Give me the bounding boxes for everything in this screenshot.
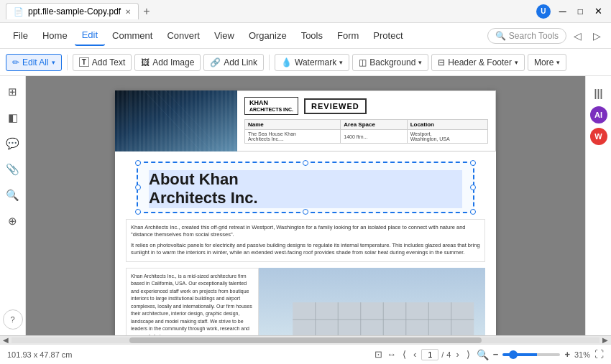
edit-all-button[interactable]: ✏ Edit All ▾ — [6, 54, 62, 71]
sidebar-comments-icon[interactable]: 💬 — [3, 134, 23, 154]
selection-handle-tr[interactable] — [470, 160, 476, 166]
menu-home[interactable]: Home — [35, 26, 75, 45]
menu-edit[interactable]: Edit — [75, 25, 105, 46]
selection-handle-mr[interactable] — [470, 185, 476, 190]
pdf-top-section: KHAN ARCHITECTS INC. REVIEWED Name Area … — [115, 90, 496, 151]
right-sidebar-icons: ||| AI W — [590, 82, 607, 145]
add-text-button[interactable]: T Add Text — [73, 54, 132, 71]
more-button[interactable]: More ▾ — [528, 54, 566, 71]
image-icon: 🖼 — [141, 57, 150, 67]
search-tools-box[interactable]: 🔍 Search Tools — [487, 28, 566, 44]
scroll-right-arrow[interactable]: ▶ — [599, 336, 611, 344]
add-image-button[interactable]: 🖼 Add Image — [134, 54, 201, 71]
title-bar-left: 📄 ppt.file-sample-Copy.pdf ✕ + — [6, 3, 150, 19]
background-button[interactable]: ◫ Background ▾ — [352, 54, 428, 71]
logo-line1: KHAN — [249, 99, 293, 107]
last-page-btn[interactable]: ⟩ — [464, 348, 472, 360]
sidebar-help-icon[interactable]: ? — [3, 309, 23, 330]
add-link-button[interactable]: 🔗 Add Link — [203, 54, 264, 71]
fit-page-icon[interactable]: ⊡ — [375, 349, 382, 360]
building-image-right — [259, 268, 485, 335]
next-page-btn[interactable]: › — [454, 348, 461, 360]
prev-page-btn[interactable]: ‹ — [411, 348, 418, 360]
window-minimize-icon[interactable]: ─ — [556, 6, 569, 17]
svg-rect-0 — [115, 90, 237, 151]
pdf-title-selection[interactable]: About KhanArchitects Inc. — [137, 162, 474, 213]
pdf-page: KHAN ARCHITECTS INC. REVIEWED Name Area … — [115, 90, 496, 335]
menu-protect[interactable]: Protect — [366, 26, 410, 45]
selection-handle-br[interactable] — [470, 209, 476, 215]
zoom-out-icon[interactable]: 🔍 — [477, 349, 489, 360]
window-restore-icon[interactable]: □ — [575, 6, 586, 17]
table-cell-name: The Sea House KhanArchitects Inc.... — [245, 130, 341, 144]
sidebar-thumbnails-icon[interactable]: ⊞ — [3, 82, 23, 102]
scroll-track[interactable] — [12, 337, 599, 343]
selection-handle-tm[interactable] — [303, 160, 308, 166]
nav-back-icon[interactable]: ◁ — [569, 27, 586, 45]
scroll-left-arrow[interactable]: ◀ — [0, 336, 12, 344]
scroll-thumb[interactable] — [129, 337, 482, 343]
properties-panel-icon[interactable]: ||| — [590, 85, 607, 102]
sidebar-attachments-icon[interactable]: 📎 — [3, 159, 23, 179]
menu-form[interactable]: Form — [330, 26, 366, 45]
watermark-caret: ▾ — [339, 59, 343, 66]
fit-width-icon[interactable]: ↔ — [387, 349, 396, 360]
pdf-bottom-section: Khan Architects Inc., is a mid-sized arc… — [126, 268, 485, 335]
title-tab[interactable]: 📄 ppt.file-sample-Copy.pdf ✕ — [6, 3, 139, 19]
pdf-title-wrapper: About KhanArchitects Inc. — [115, 151, 496, 213]
selection-handle-bm[interactable] — [303, 209, 308, 215]
menu-comment[interactable]: Comment — [105, 26, 160, 45]
nav-forward-icon[interactable]: ▷ — [589, 27, 605, 45]
sidebar-search-icon[interactable]: 🔍 — [3, 185, 23, 205]
ai-assistant-icon[interactable]: AI — [590, 106, 607, 123]
body-paragraph-1: Khan Architects Inc., created this off-g… — [131, 224, 480, 239]
zoom-level-display: 31% — [574, 350, 590, 359]
text-icon: T — [79, 57, 89, 67]
pdf-bottom-left-text: Khan Architects Inc., is a mid-sized arc… — [126, 268, 259, 335]
fullscreen-icon[interactable]: ⛶ — [594, 349, 604, 360]
selection-handle-bl[interactable] — [135, 209, 141, 215]
right-sidebar: ||| AI W — [585, 76, 611, 335]
title-bar: 📄 ppt.file-sample-Copy.pdf ✕ + U ─ □ ✕ — [0, 0, 611, 23]
menu-view[interactable]: View — [207, 26, 242, 45]
status-bar: 101.93 x 47.87 cm ⊡ ↔ ⟨ ‹ / 4 › ⟩ 🔍 − + … — [0, 344, 611, 364]
sidebar-bookmarks-icon[interactable]: ◧ — [3, 108, 23, 128]
background-caret: ▾ — [418, 59, 422, 66]
pdf-canvas-area[interactable]: KHAN ARCHITECTS INC. REVIEWED Name Area … — [26, 76, 585, 335]
bottom-text: Khan Architects Inc., is a mid-sized arc… — [131, 273, 254, 335]
company-logo: KHAN ARCHITECTS INC. — [244, 97, 298, 115]
background-icon: ◫ — [359, 57, 367, 67]
header-footer-button[interactable]: ⊟ Header & Footer ▾ — [431, 54, 525, 71]
tab-label: ppt.file-sample-Copy.pdf — [28, 6, 121, 17]
header-footer-icon: ⊟ — [438, 57, 445, 67]
menu-organize[interactable]: Organize — [242, 26, 294, 45]
edit-all-caret: ▾ — [52, 59, 55, 66]
user-icon[interactable]: U — [536, 4, 551, 19]
menu-file[interactable]: File — [6, 26, 35, 45]
watermark-button[interactable]: 💧 Watermark ▾ — [275, 54, 349, 71]
menu-convert[interactable]: Convert — [160, 26, 207, 45]
window-close-icon[interactable]: ✕ — [592, 6, 605, 17]
more-caret: ▾ — [556, 59, 560, 66]
svg-line-2 — [155, 90, 212, 151]
page-navigation: ⟨ ‹ / 4 › ⟩ — [400, 348, 472, 360]
selection-handle-tl[interactable] — [135, 160, 141, 166]
current-page-input[interactable] — [421, 349, 438, 360]
pdf-title-text: About KhanArchitects Inc. — [149, 170, 462, 208]
menu-tools[interactable]: Tools — [294, 26, 330, 45]
new-tab-button[interactable]: + — [143, 5, 150, 18]
zoom-plus-icon[interactable]: + — [564, 349, 570, 360]
table-cell-area: 1400 ftm... — [341, 130, 407, 144]
word-icon[interactable]: W — [590, 128, 607, 145]
close-tab-icon[interactable]: ✕ — [125, 8, 131, 16]
toolbar: ✏ Edit All ▾ T Add Text 🖼 Add Image 🔗 Ad… — [0, 49, 611, 76]
sidebar-layers-icon[interactable]: ⊕ — [3, 211, 23, 231]
zoom-minus-icon[interactable]: − — [493, 349, 499, 360]
reviewed-badge: REVIEWED — [304, 98, 367, 114]
selection-handle-ml[interactable] — [135, 185, 141, 190]
zoom-slider[interactable] — [502, 353, 560, 356]
main-area: ⊞ ◧ 💬 📎 🔍 ⊕ ? — [0, 76, 611, 335]
first-page-btn[interactable]: ⟨ — [400, 348, 408, 360]
status-center-right: ⊡ ↔ ⟨ ‹ / 4 › ⟩ 🔍 − + 31% ⛶ — [375, 348, 604, 360]
pdf-logo-area: KHAN ARCHITECTS INC. REVIEWED — [244, 97, 488, 115]
